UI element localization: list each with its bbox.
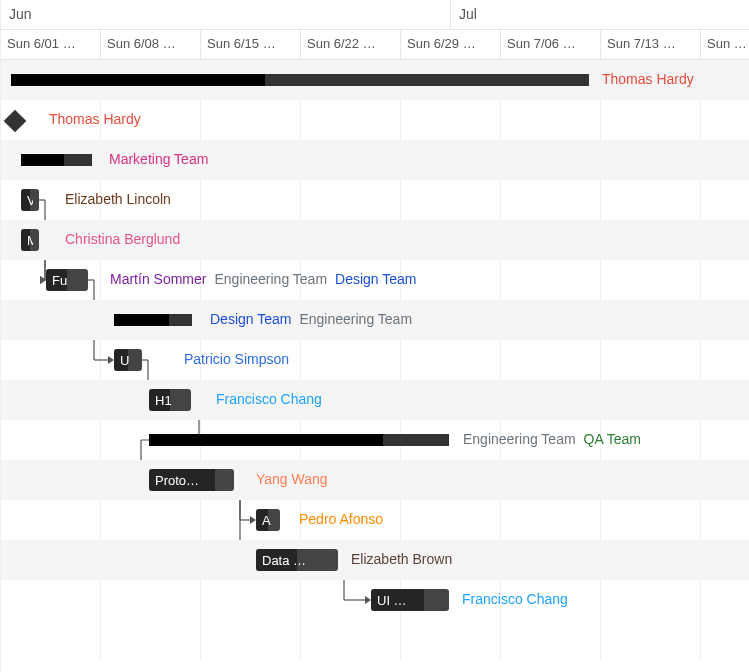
task-bar[interactable]: Proto… — [149, 469, 234, 491]
task-bar-label: V — [27, 193, 33, 208]
task-bar[interactable]: H1 — [149, 389, 191, 411]
milestone-icon[interactable] — [4, 110, 27, 133]
gantt-row: Thomas Hardy — [1, 100, 749, 140]
assignee-label: Engineering Team — [214, 271, 327, 287]
task-bar-label: U — [120, 353, 129, 368]
task-bar[interactable]: Fu — [46, 269, 88, 291]
gantt-row: Thomas Hardy — [1, 60, 749, 100]
month-cell: Jul — [451, 0, 749, 29]
gantt-row: VElizabeth Lincoln — [1, 180, 749, 220]
assignee-labels: Elizabeth Brown — [351, 551, 460, 567]
assignee-label: Engineering Team — [299, 311, 412, 327]
assignee-label: Martín Sommer — [110, 271, 206, 287]
task-bar-label: M — [27, 233, 33, 248]
gantt-row: FuMartín SommerEngineering TeamDesign Te… — [1, 260, 749, 300]
assignee-labels: Francisco Chang — [216, 391, 330, 407]
gantt-row: MChristina Berglund — [1, 220, 749, 260]
gantt-row: Engineering TeamQA Team — [1, 420, 749, 460]
summary-bar[interactable] — [114, 314, 192, 326]
gantt-row: UPatricio Simpson — [1, 340, 749, 380]
summary-bar[interactable] — [11, 74, 589, 86]
week-cell: Sun 6/29 … — [401, 30, 501, 59]
week-cell: Sun 6/08 … — [101, 30, 201, 59]
month-cell: Jun — [1, 0, 451, 29]
month-row: JunJul — [1, 0, 749, 30]
gantt-row: UI …Francisco Chang — [1, 580, 749, 620]
assignee-labels: Christina Berglund — [65, 231, 188, 247]
task-bar-label: A — [262, 513, 271, 528]
week-cell: Sun 6/15 … — [201, 30, 301, 59]
assignee-label: Design Team — [335, 271, 416, 287]
assignee-labels: Engineering TeamQA Team — [463, 431, 649, 447]
gantt-row: H1Francisco Chang — [1, 380, 749, 420]
assignee-label: Design Team — [210, 311, 291, 327]
assignee-labels: Thomas Hardy — [49, 111, 149, 127]
task-bar-label: UI … — [377, 593, 407, 608]
assignee-label: Patricio Simpson — [184, 351, 289, 367]
task-bar-label: Data … — [262, 553, 306, 568]
summary-bar[interactable] — [21, 154, 92, 166]
summary-bar[interactable] — [149, 434, 449, 446]
week-cell: Sun 6/22 … — [301, 30, 401, 59]
assignee-label: Thomas Hardy — [49, 111, 141, 127]
task-bar-label: Proto… — [155, 473, 199, 488]
assignee-label: Francisco Chang — [216, 391, 322, 407]
task-bar[interactable]: M — [21, 229, 39, 251]
assignee-labels: Yang Wang — [256, 471, 336, 487]
task-bar[interactable]: A — [256, 509, 280, 531]
task-bar[interactable]: UI … — [371, 589, 449, 611]
assignee-label: Pedro Afonso — [299, 511, 383, 527]
task-bar[interactable]: V — [21, 189, 39, 211]
assignee-labels: Elizabeth Lincoln — [65, 191, 179, 207]
week-cell: Sun 7/06 … — [501, 30, 601, 59]
assignee-label: QA Team — [584, 431, 641, 447]
task-bar[interactable]: Data … — [256, 549, 338, 571]
gantt-row: Proto…Yang Wang — [1, 460, 749, 500]
assignee-labels: Marketing Team — [109, 151, 216, 167]
task-bar-label: Fu — [52, 273, 67, 288]
gantt-row: Marketing Team — [1, 140, 749, 180]
assignee-labels: Thomas Hardy — [602, 71, 702, 87]
week-row: Sun 6/01 …Sun 6/08 …Sun 6/15 …Sun 6/22 …… — [1, 30, 749, 60]
assignee-label: Engineering Team — [463, 431, 576, 447]
timeline-header: JunJul Sun 6/01 …Sun 6/08 …Sun 6/15 …Sun… — [1, 0, 749, 60]
week-cell: Sun 7/13 … — [601, 30, 701, 59]
task-bar[interactable]: U — [114, 349, 142, 371]
assignee-labels: Design TeamEngineering Team — [210, 311, 420, 327]
assignee-label: Francisco Chang — [462, 591, 568, 607]
assignee-label: Yang Wang — [256, 471, 328, 487]
assignee-labels: Patricio Simpson — [184, 351, 297, 367]
week-cell: Sun … — [701, 30, 749, 59]
gantt-row: Design TeamEngineering Team — [1, 300, 749, 340]
assignee-label: Marketing Team — [109, 151, 208, 167]
assignee-label: Christina Berglund — [65, 231, 180, 247]
assignee-labels: Martín SommerEngineering TeamDesign Team — [110, 271, 425, 287]
assignee-label: Elizabeth Lincoln — [65, 191, 171, 207]
assignee-labels: Pedro Afonso — [299, 511, 391, 527]
gantt-row: APedro Afonso — [1, 500, 749, 540]
rows-area[interactable]: Thomas HardyThomas HardyMarketing TeamVE… — [1, 60, 749, 660]
week-cell: Sun 6/01 … — [1, 30, 101, 59]
assignee-label: Elizabeth Brown — [351, 551, 452, 567]
gantt-chart[interactable]: JunJul Sun 6/01 …Sun 6/08 …Sun 6/15 …Sun… — [0, 0, 749, 672]
assignee-label: Thomas Hardy — [602, 71, 694, 87]
gantt-row: Data …Elizabeth Brown — [1, 540, 749, 580]
task-bar-label: H1 — [155, 393, 172, 408]
assignee-labels: Francisco Chang — [462, 591, 576, 607]
